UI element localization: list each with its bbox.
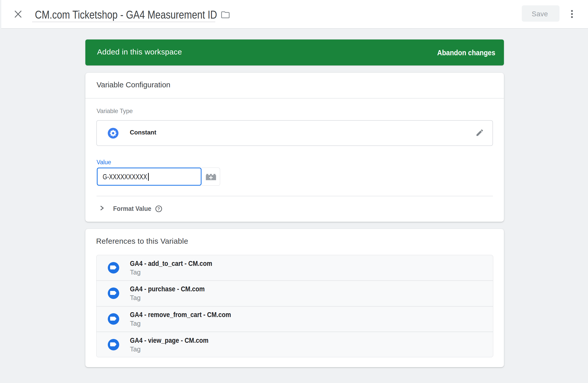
svg-text:?: ? xyxy=(157,207,160,211)
